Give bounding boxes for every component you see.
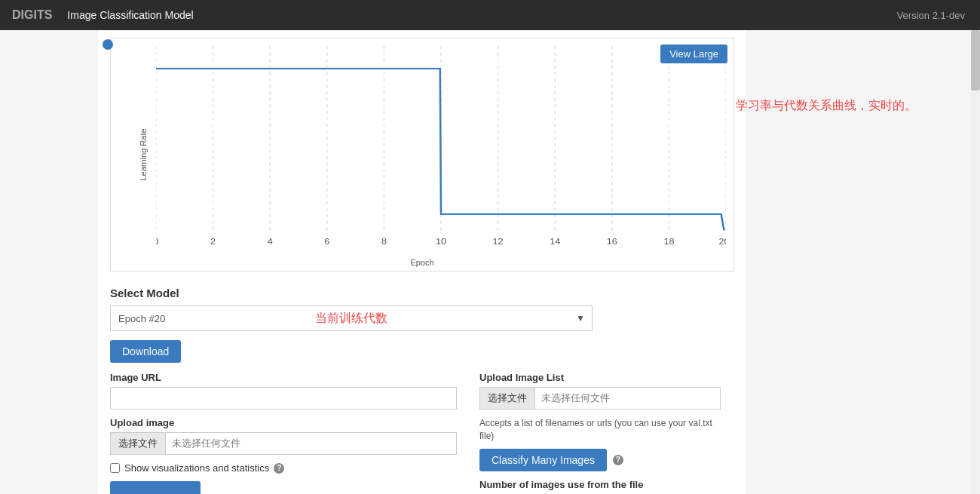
accepts-text: Accepts a list of filenames or urls (you… xyxy=(479,417,721,443)
model-select-wrapper: Epoch #20 当前训练代数 ▼ xyxy=(110,305,593,331)
svg-text:16: 16 xyxy=(607,237,617,246)
svg-text:10: 10 xyxy=(436,237,447,246)
show-viz-help-icon[interactable]: ? xyxy=(274,463,284,474)
image-url-label: Image URL xyxy=(110,372,457,383)
view-large-button[interactable]: View Large xyxy=(660,44,727,63)
download-button[interactable]: Download xyxy=(110,340,181,363)
chart-annotation: 学习率与代数关系曲线，实时的。 xyxy=(736,98,917,114)
scrollbar[interactable] xyxy=(971,0,980,494)
chart-container: View Large Learning Rate Epoch xyxy=(110,38,734,272)
upload-image-list-file-label: 未选择任何文件 xyxy=(535,391,616,405)
svg-text:12: 12 xyxy=(493,237,504,246)
two-col-layout: Image URL Upload image 选择文件 未选择任何文件 Show… xyxy=(110,372,734,494)
select-model-section: Select Model Epoch #20 当前训练代数 ▼ xyxy=(110,287,734,331)
navbar-version: Version 2.1-dev xyxy=(897,10,965,21)
chart-svg: 0.011 0.01 0.009 0.008 0.007 0.006 0.005… xyxy=(156,46,726,248)
upload-image-list-file-btn[interactable]: 选择文件 xyxy=(480,388,535,409)
svg-text:6: 6 xyxy=(324,237,329,246)
chart-section: View Large Learning Rate Epoch xyxy=(110,38,734,272)
svg-text:0: 0 xyxy=(156,237,159,246)
y-axis-label: Learning Rate xyxy=(139,128,148,180)
svg-text:2: 2 xyxy=(210,237,216,246)
navbar-brand: DIGITS xyxy=(12,8,52,22)
image-url-input[interactable] xyxy=(110,387,457,410)
upload-image-label: Upload image xyxy=(110,417,457,428)
svg-text:4: 4 xyxy=(268,237,274,246)
show-viz-label: Show visualizations and statistics xyxy=(124,462,269,474)
show-viz-row: Show visualizations and statistics ? xyxy=(110,462,457,474)
main-content: View Large Learning Rate Epoch xyxy=(0,30,980,494)
upload-image-input-row: 选择文件 未选择任何文件 xyxy=(110,432,457,455)
upload-image-list-input-row: 选择文件 未选择任何文件 xyxy=(479,387,721,410)
num-images-label: Number of images use from the file xyxy=(479,479,721,490)
upload-image-file-btn[interactable]: 选择文件 xyxy=(111,433,166,454)
navbar: DIGITS Image Classification Model Versio… xyxy=(0,0,980,30)
model-select[interactable]: Epoch #20 xyxy=(110,305,593,331)
classify-many-help-icon[interactable]: ? xyxy=(613,455,623,465)
classify-many-button[interactable]: Classify Many Images xyxy=(479,449,607,471)
svg-text:20: 20 xyxy=(718,237,726,246)
classify-many-row: Classify Many Images ? xyxy=(479,449,721,471)
show-viz-checkbox[interactable] xyxy=(110,463,120,473)
upload-image-file-label: 未选择任何文件 xyxy=(166,437,247,450)
svg-text:14: 14 xyxy=(550,237,561,246)
right-column: Upload Image List 选择文件 未选择任何文件 Accepts a… xyxy=(479,372,721,494)
select-model-title: Select Model xyxy=(110,287,734,299)
left-column: Image URL Upload image 选择文件 未选择任何文件 Show… xyxy=(110,372,457,494)
svg-text:8: 8 xyxy=(381,237,387,246)
svg-text:18: 18 xyxy=(663,237,674,246)
navbar-title: Image Classification Model xyxy=(67,9,193,21)
classify-one-button[interactable] xyxy=(110,481,201,494)
scrollbar-thumb[interactable] xyxy=(971,30,980,91)
content-wrapper: View Large Learning Rate Epoch xyxy=(98,30,746,494)
chart-indicator-dot xyxy=(103,39,113,50)
upload-image-list-label: Upload Image List xyxy=(479,372,721,383)
left-bottom-btn-area: ? xyxy=(110,481,457,494)
x-axis-label: Epoch xyxy=(410,258,433,267)
